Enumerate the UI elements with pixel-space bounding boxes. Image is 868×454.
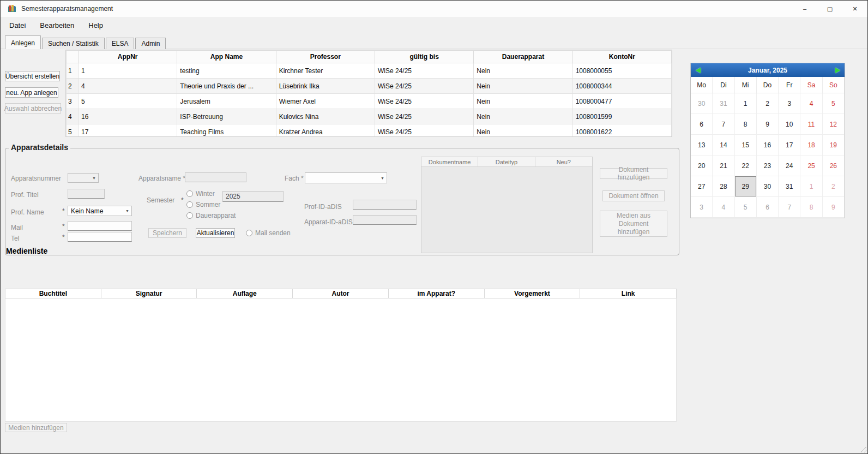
menu-help[interactable]: Help [81, 17, 110, 34]
winter-radio[interactable]: Winter [186, 190, 215, 198]
calendar-day[interactable]: 11 [800, 114, 822, 135]
prof-titel-field[interactable] [68, 189, 105, 199]
menu-bearbeiten[interactable]: Bearbeiten [33, 17, 81, 34]
calendar-next-icon[interactable] [830, 63, 845, 77]
tab-suchen-statistik[interactable]: Suchen / Statistik [42, 38, 105, 49]
table-cell[interactable]: ISP-Betreuung [177, 109, 276, 124]
calendar-day[interactable]: 4 [800, 93, 822, 114]
table-row[interactable]: 24Theorie und Praxis der ...Lüsebrink Il… [67, 79, 672, 94]
calendar-day[interactable]: 17 [779, 135, 800, 156]
aktualisieren-button[interactable]: Aktualisieren [196, 228, 235, 238]
calendar-day[interactable]: 24 [779, 156, 800, 176]
calendar-day[interactable]: 8 [800, 197, 822, 218]
medien-aus-dokument-button[interactable]: Medien aus Dokument hinzufügen [600, 211, 667, 237]
semester-jahr-field[interactable] [222, 191, 284, 202]
table-cell[interactable]: 1008000055 [572, 63, 671, 79]
calendar-day[interactable]: 19 [823, 135, 845, 156]
calendar-day[interactable]: 16 [757, 135, 779, 156]
calendar-day[interactable]: 22 [735, 156, 757, 176]
calendar-day[interactable]: 7 [779, 197, 800, 218]
calendar-day[interactable]: 9 [757, 114, 779, 135]
table-cell[interactable]: Kulovics Nina [276, 109, 375, 124]
close-icon[interactable]: ✕ [842, 1, 867, 17]
table-cell[interactable]: Nein [474, 124, 572, 138]
table-cell[interactable]: 4 [79, 79, 177, 94]
media-column-header[interactable]: Autor [293, 289, 389, 298]
prof-name-combobox[interactable]: Kein Name ▼ [68, 206, 132, 216]
calendar-day[interactable]: 25 [800, 156, 822, 176]
calendar-day[interactable]: 10 [779, 114, 800, 135]
table-row[interactable]: 11testingKirchner TesterWiSe 24/25Nein10… [67, 63, 672, 79]
calendar-day[interactable]: 7 [713, 114, 734, 135]
calendar-day[interactable]: 5 [735, 197, 757, 218]
calendar-day[interactable]: 18 [800, 135, 822, 156]
calendar-day[interactable]: 28 [713, 176, 734, 197]
calendar-day[interactable]: 26 [823, 156, 845, 176]
table-cell[interactable]: Nein [474, 79, 572, 94]
calendar-day[interactable]: 8 [735, 114, 757, 135]
table-cell[interactable]: WiSe 24/25 [375, 79, 473, 94]
media-column-header[interactable]: Signatur [101, 289, 197, 298]
apparatsname-field[interactable] [185, 172, 246, 182]
table-cell[interactable]: WiSe 24/25 [375, 124, 473, 138]
column-header[interactable]: gültig bis [375, 51, 473, 63]
menu-datei[interactable]: Datei [2, 17, 33, 34]
media-column-header[interactable]: Buchtitel [5, 289, 101, 298]
prof-id-adis-field[interactable] [353, 200, 417, 210]
table-cell[interactable]: Kratzer Andrea [276, 124, 375, 138]
column-header[interactable]: Dauerapparat [474, 51, 572, 63]
column-header[interactable]: App Name [177, 51, 276, 63]
table-row[interactable]: 416ISP-BetreuungKulovics NinaWiSe 24/25N… [67, 109, 672, 124]
calendar-day[interactable]: 5 [823, 93, 845, 114]
calendar-day[interactable]: 31 [779, 176, 800, 197]
apparat-id-adis-field[interactable] [353, 215, 417, 225]
apparatsnummer-combobox[interactable]: ▼ [68, 173, 99, 183]
calendar-day[interactable]: 4 [713, 197, 734, 218]
calendar-day[interactable]: 23 [757, 156, 779, 176]
table-cell[interactable]: Lüsebrink Ilka [276, 79, 375, 94]
dokument-hinzufuegen-button[interactable]: Dokument hinzufügen [600, 168, 667, 179]
table-cell[interactable]: testing [177, 63, 276, 79]
table-cell[interactable]: 17 [79, 124, 177, 138]
table-cell[interactable]: 1008000477 [572, 94, 671, 109]
calendar-day[interactable]: 6 [757, 197, 779, 218]
column-header[interactable]: Professor [276, 51, 375, 63]
column-header[interactable]: AppNr [79, 51, 177, 63]
resize-grip-icon[interactable] [859, 445, 866, 452]
table-cell[interactable]: WiSe 24/25 [375, 94, 473, 109]
calendar-day[interactable]: 2 [757, 93, 779, 114]
calendar-day[interactable]: 3 [779, 93, 800, 114]
calendar-day[interactable]: 31 [713, 93, 734, 114]
calendar-day[interactable]: 14 [713, 135, 734, 156]
media-column-header[interactable]: im Apparat? [389, 289, 485, 298]
calendar-day[interactable]: 30 [757, 176, 779, 197]
tel-field[interactable] [68, 232, 132, 242]
table-row[interactable]: 35JerusalemWiemer AxelWiSe 24/25Nein1008… [67, 94, 672, 109]
calendar-day[interactable]: 13 [691, 135, 713, 156]
table-cell[interactable]: Nein [474, 109, 572, 124]
calendar-day[interactable]: 30 [691, 93, 713, 114]
table-row[interactable]: 517Teaching FilmsKratzer AndreaWiSe 24/2… [67, 124, 672, 138]
calendar-day[interactable]: 21 [713, 156, 734, 176]
calendar-day[interactable]: 12 [823, 114, 845, 135]
table-cell[interactable]: 1 [79, 63, 177, 79]
calendar-day[interactable]: 27 [691, 176, 713, 197]
calendar-day[interactable]: 3 [691, 197, 713, 218]
table-cell[interactable]: Nein [474, 94, 572, 109]
calendar-prev-icon[interactable] [691, 63, 705, 77]
neu-app-anlegen-button[interactable]: neu. App anlegen [5, 87, 58, 98]
calendar-day[interactable]: 20 [691, 156, 713, 176]
table-cell[interactable]: WiSe 24/25 [375, 63, 473, 79]
calendar-day[interactable]: 1 [735, 93, 757, 114]
calendar-day[interactable]: 15 [735, 135, 757, 156]
calendar-day[interactable]: 2 [823, 176, 845, 197]
medien-hinzufuegen-button[interactable]: Medien hinzufügen [5, 423, 67, 432]
speichern-button[interactable]: Speichern [148, 228, 186, 238]
table-cell[interactable]: 1008001622 [572, 124, 671, 138]
table-cell[interactable]: Nein [474, 63, 572, 79]
dauerapparat-radio[interactable]: Dauerapparat [186, 212, 236, 219]
media-column-header[interactable]: Link [580, 289, 676, 298]
table-cell[interactable]: Theorie und Praxis der ... [177, 79, 276, 94]
mail-senden-checkbox[interactable]: Mail senden [246, 229, 291, 237]
maximize-icon[interactable]: ▢ [817, 1, 842, 17]
